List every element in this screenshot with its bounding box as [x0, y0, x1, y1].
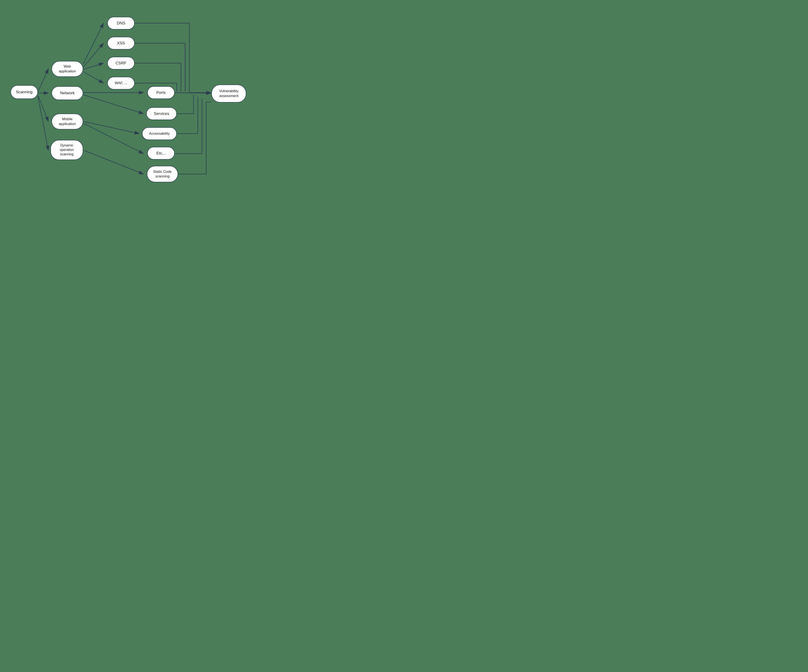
etc-node: Etc,..: [147, 147, 175, 159]
svg-line-13: [84, 150, 144, 174]
static-code-node: Static Code scanning: [147, 166, 178, 182]
svg-line-6: [83, 43, 104, 67]
ports-node: Ports: [147, 86, 175, 99]
dns-node: DNS: [107, 17, 135, 30]
svg-line-10: [83, 95, 144, 114]
vulnerability-node: Vulnerability assessment: [212, 85, 246, 102]
svg-line-5: [83, 23, 104, 64]
accessability-node: Accessability: [142, 127, 177, 140]
svg-line-4: [38, 96, 48, 150]
web-application-node: Web application: [52, 61, 83, 77]
network-node: Network: [52, 86, 83, 100]
svg-line-12: [83, 123, 144, 154]
diagram-container: Scanning Web application Network Mobile …: [4, 4, 248, 185]
services-node: Services: [146, 107, 177, 120]
svg-line-1: [38, 69, 48, 92]
mobile-application-node: Mobile application: [52, 114, 83, 129]
xss-node: XSS: [107, 37, 135, 50]
svg-line-3: [38, 95, 48, 122]
csrf-node: CSRF: [107, 57, 135, 69]
waf-node: WAF, ...: [107, 77, 135, 89]
dynamic-scanning-node: Dynamic operation scanning: [50, 140, 83, 160]
svg-line-8: [83, 72, 104, 83]
scanning-node: Scanning: [10, 85, 38, 99]
